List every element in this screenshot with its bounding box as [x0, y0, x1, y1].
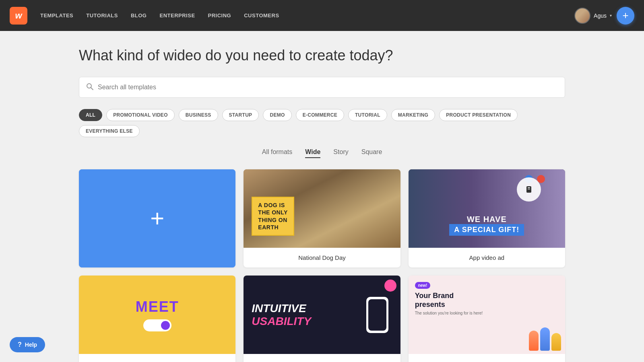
filter-tab-startup[interactable]: STARTUP — [222, 109, 259, 121]
nav-link-tutorials[interactable]: TUTORIALS — [86, 12, 118, 19]
phone-screen — [368, 299, 386, 331]
svg-rect-3 — [528, 187, 530, 188]
brand-title-line2: presents — [415, 300, 445, 309]
character-1 — [529, 331, 539, 351]
help-label: Help — [25, 341, 37, 348]
phone-mockup — [366, 297, 388, 333]
brand-text: Your Brand presents The solution you're … — [415, 292, 483, 316]
add-button[interactable]: + — [617, 7, 634, 25]
template-blank[interactable]: + BLANK — [79, 169, 235, 267]
template-brand[interactable]: new! Your Brand presents The solution yo… — [409, 276, 565, 362]
tab-wide[interactable]: Wide — [305, 148, 320, 158]
nav-link-pricing[interactable]: PRICING — [208, 12, 231, 19]
dog-thumbnail: A DOG IS THE ONLY THING ON EARTH — [244, 169, 400, 248]
tech-text: INTUITIVE USABILITY — [252, 302, 311, 328]
pink-circle — [384, 280, 396, 292]
brand-sub: The solution you're looking for is here! — [415, 311, 483, 316]
avatar — [574, 8, 590, 24]
tab-story[interactable]: Story — [333, 148, 348, 158]
avatar-image — [575, 8, 590, 23]
filter-tab-marketing[interactable]: MARKETING — [391, 109, 435, 121]
brand-label — [409, 354, 565, 362]
dog-label: National Dog Day — [244, 248, 400, 267]
nav-right: Agus ▾ + — [574, 7, 634, 25]
app-text-line1: WE HAVE — [449, 215, 524, 224]
logo[interactable]: w — [10, 7, 27, 25]
brand-thumbnail: new! Your Brand presents The solution yo… — [409, 276, 565, 354]
app-thumbnail: WE HAVE A SPECIAL GIFT! — [409, 169, 565, 248]
toggle-circle — [161, 321, 170, 330]
plus-icon: + — [150, 206, 164, 230]
meet-thumbnail: MEET — [79, 276, 235, 354]
meet-label — [79, 354, 235, 362]
search-bar — [79, 77, 565, 98]
help-button[interactable]: ? Help — [10, 337, 45, 352]
username-label: Agus — [594, 12, 607, 19]
filter-tab-promotional[interactable]: PROMOTIONAL VIDEO — [106, 109, 175, 121]
search-input[interactable] — [98, 84, 558, 91]
main-content: What kind of wideo do you need to create… — [0, 31, 644, 362]
filter-tab-tutorial[interactable]: TUTORIAL — [348, 109, 387, 121]
filter-tab-ecommerce[interactable]: E-COMMERCE — [296, 109, 344, 121]
app-text-line2: A SPECIAL GIFT! — [449, 224, 524, 236]
meet-content: MEET — [136, 298, 179, 331]
nav-link-customers[interactable]: CUSTOMERS — [244, 12, 279, 19]
character-2 — [540, 327, 550, 351]
dog-text-box: A DOG IS THE ONLY THING ON EARTH — [252, 197, 294, 236]
white-circle — [517, 177, 541, 202]
brand-characters — [529, 327, 565, 354]
character-3 — [551, 333, 561, 351]
nav-links: TEMPLATES TUTORIALS BLOG ENTERPRISE PRIC… — [40, 12, 574, 19]
template-meet[interactable]: MEET — [79, 276, 235, 362]
filter-tab-product[interactable]: PRODUCT PRESENTATION — [439, 109, 518, 121]
chevron-down-icon: ▾ — [610, 13, 612, 18]
filter-tab-business[interactable]: BUSINESS — [179, 109, 218, 121]
brand-title-line1: Your Brand — [415, 292, 454, 300]
nav-link-enterprise[interactable]: ENTERPRISE — [159, 12, 195, 19]
template-intuitive[interactable]: INTUITIVE USABILITY — [244, 276, 400, 362]
brand-badge: new! — [415, 282, 431, 289]
dog-text-line2: THE ONLY — [258, 209, 288, 216]
app-label: App video ad — [409, 248, 565, 267]
navbar: w TEMPLATES TUTORIALS BLOG ENTERPRISE PR… — [0, 0, 644, 31]
tech-thumbnail: INTUITIVE USABILITY — [244, 276, 400, 354]
template-dog-day[interactable]: A DOG IS THE ONLY THING ON EARTH Nationa… — [244, 169, 400, 267]
tech-label — [244, 354, 400, 362]
template-grid: + BLANK A DOG IS THE ONLY THING ON EARTH… — [79, 169, 565, 362]
tab-all-formats[interactable]: All formats — [262, 148, 293, 158]
tab-square[interactable]: Square — [361, 148, 382, 158]
svg-line-1 — [91, 87, 93, 90]
dog-text-line1: A DOG IS — [258, 202, 288, 209]
filter-tabs: ALL PROMOTIONAL VIDEO BUSINESS STARTUP D… — [79, 109, 565, 137]
dog-text-line3: THING ON — [258, 216, 288, 224]
brand-title: Your Brand presents — [415, 292, 483, 309]
user-menu[interactable]: Agus ▾ — [574, 8, 612, 24]
meet-text: MEET — [136, 298, 179, 315]
help-icon: ? — [18, 341, 22, 348]
filter-tab-everything[interactable]: EVERYTHING ELSE — [79, 125, 140, 137]
dog-text-line4: EARTH — [258, 224, 288, 231]
page-title: What kind of wideo do you need to create… — [79, 47, 565, 64]
app-text-box: WE HAVE A SPECIAL GIFT! — [449, 215, 524, 236]
tech-line2: USABILITY — [252, 315, 311, 328]
toggle-shape — [143, 319, 171, 331]
svg-rect-4 — [528, 189, 530, 189]
nav-link-templates[interactable]: TEMPLATES — [40, 12, 73, 19]
filter-tab-all[interactable]: ALL — [79, 109, 102, 121]
format-tabs: All formats Wide Story Square — [79, 148, 565, 158]
blank-thumbnail: + — [79, 169, 235, 267]
template-app-video-ad[interactable]: WE HAVE A SPECIAL GIFT! App video ad — [409, 169, 565, 267]
nav-link-blog[interactable]: BLOG — [131, 12, 147, 19]
filter-tab-demo[interactable]: DEMO — [263, 109, 291, 121]
tech-line1: INTUITIVE — [252, 302, 311, 315]
search-icon — [86, 82, 94, 93]
